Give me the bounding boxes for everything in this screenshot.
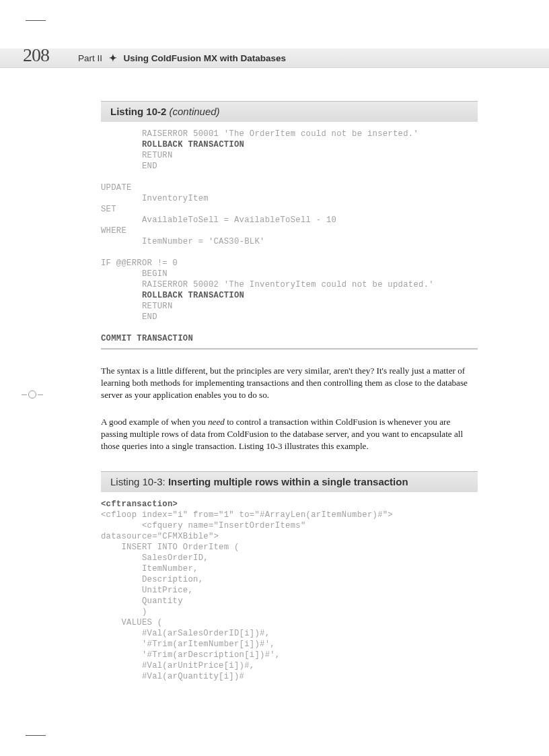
body-paragraph-1: The syntax is a little different, but th… [101, 365, 478, 401]
page-bottom-crop-mark [26, 735, 46, 736]
header-part: Part II [78, 53, 102, 63]
side-crop-mark [20, 388, 47, 401]
header-separator-icon: ✦ [109, 53, 117, 63]
page-top-crop-mark [26, 20, 46, 21]
header-title: Using ColdFusion MX with Databases [124, 53, 287, 63]
listing-10-3-code: <cftransaction> <cfloop index="i" from="… [101, 499, 478, 682]
listing-title: Inserting multiple rows within a single … [168, 476, 408, 487]
page-number: 208 [23, 44, 49, 66]
listing-10-2-code: RAISERROR 50001 'The OrderItem could not… [101, 129, 478, 344]
running-header-text: Part II ✦ Using ColdFusion MX with Datab… [78, 53, 286, 63]
listing-label: Listing 10-2 [110, 106, 166, 117]
listing-10-2-header: Listing 10-2 (continued) [101, 101, 478, 122]
page-content: Listing 10-2 (continued) RAISERROR 50001… [101, 101, 478, 682]
body-paragraph-2: A good example of when you need to contr… [101, 416, 478, 452]
p2-emphasis: need [208, 417, 225, 427]
listing-continued-tag: (continued) [170, 106, 220, 117]
listing-10-2-bottom-rule [101, 348, 478, 350]
listing-10-3-header: Listing 10-3: Inserting multiple rows wi… [101, 471, 478, 492]
p2-pre: A good example of when you [101, 417, 208, 427]
listing-label: Listing 10-3: [110, 476, 166, 487]
